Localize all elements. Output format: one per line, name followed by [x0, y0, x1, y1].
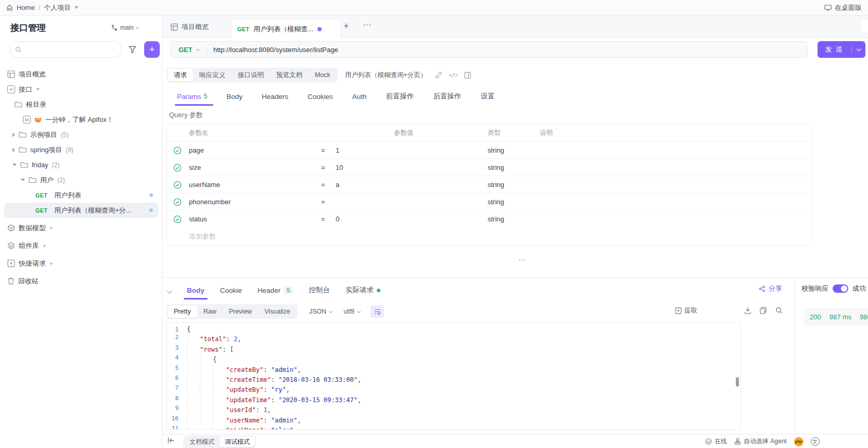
tab-user-list-active[interactable]: GET 用户列表（模糊查...	[231, 19, 341, 38]
pill-preview-doc[interactable]: 预览文档	[270, 69, 309, 81]
view-raw[interactable]: Raw	[197, 305, 223, 318]
tab-auth[interactable]: Auth	[352, 89, 367, 104]
validate-toggle[interactable]	[833, 284, 848, 293]
agent-selector[interactable]: 自动选择 Agent	[734, 437, 787, 446]
sidebar-item-friday[interactable]: friday (2)	[0, 157, 162, 172]
param-name[interactable]: size	[189, 159, 201, 176]
param-value[interactable]: 1	[336, 142, 339, 159]
param-type[interactable]: string	[488, 142, 504, 159]
sidebar-item-sample-project[interactable]: 示例项目 (5)	[0, 127, 162, 142]
tab-cookies[interactable]: Cookies	[308, 89, 333, 104]
param-name[interactable]: page	[189, 142, 204, 159]
param-type[interactable]: string	[488, 193, 504, 210]
filter-button[interactable]	[126, 43, 138, 56]
add-param-row[interactable]: 添加参数	[167, 228, 811, 245]
expanded-icon[interactable]	[12, 164, 17, 166]
param-enabled-check-icon[interactable]	[173, 193, 182, 210]
send-options-chevron[interactable]	[852, 48, 865, 51]
collapsed-icon[interactable]	[12, 133, 15, 137]
pill-api-desc[interactable]: 接口说明	[232, 69, 270, 81]
encoding-select[interactable]: utf8	[343, 308, 360, 315]
response-body-editor[interactable]: 1{2"total": 2,3"rows": [4{5"createBy": "…	[167, 322, 741, 430]
tab-actual-request[interactable]: 实际请求	[346, 283, 380, 297]
param-type[interactable]: string	[488, 159, 504, 176]
param-enabled-check-icon[interactable]	[173, 159, 182, 176]
wrap-lines-button[interactable]	[371, 305, 384, 318]
format-select[interactable]: JSON	[309, 308, 332, 315]
editor-scrollbar[interactable]	[736, 377, 739, 387]
param-row[interactable]: size=10string	[167, 159, 811, 176]
sidebar-item-api[interactable]: ⇌ 接口	[0, 82, 162, 97]
sidebar-item-user-list[interactable]: GET 用户列表	[0, 188, 162, 203]
view-pretty[interactable]: Pretty	[168, 305, 197, 318]
tab-headers[interactable]: Headers	[262, 89, 288, 104]
param-type[interactable]: string	[488, 210, 504, 228]
search-in-response-button[interactable]	[775, 307, 783, 314]
share-button[interactable]: 分享	[759, 284, 782, 293]
search-input[interactable]	[9, 41, 122, 58]
param-row[interactable]: phonenumber=string	[167, 193, 811, 210]
expanded-icon[interactable]	[21, 179, 25, 181]
sidebar-item-spring-project[interactable]: spring项目 (9)	[0, 142, 162, 157]
param-enabled-check-icon[interactable]	[173, 210, 182, 228]
branch-selector[interactable]: main	[111, 24, 139, 31]
param-row[interactable]: status=0string	[167, 210, 811, 228]
pill-mock[interactable]: Mock	[309, 69, 337, 81]
tab-resp-body[interactable]: Body	[187, 283, 205, 297]
tab-resp-cookie[interactable]: Cookie	[220, 283, 242, 297]
sidebar-item-quick-request[interactable]: 快捷请求	[0, 256, 162, 271]
sidebar-item-data-models[interactable]: 数据模型	[0, 220, 162, 235]
param-type[interactable]: string	[488, 176, 504, 193]
project-dropdown-icon[interactable]	[74, 6, 79, 9]
param-value[interactable]: a	[336, 176, 339, 193]
url-input[interactable]: http://localhost:8080/system/user/listPa…	[207, 46, 338, 54]
tab-params[interactable]: Params 5	[177, 89, 207, 104]
sidebar-item-apifox-intro[interactable]: M 一分钟，了解 Apifox！	[0, 112, 162, 127]
pill-response-def[interactable]: 响应定义	[193, 69, 232, 81]
tab-resp-header[interactable]: Header 5	[258, 283, 293, 297]
param-enabled-check-icon[interactable]	[173, 142, 182, 159]
breadcrumb-project[interactable]: 个人项目	[44, 3, 71, 13]
view-visualize[interactable]: Visualize	[258, 305, 297, 318]
sidebar-item-project-overview[interactable]: 项目概览	[0, 67, 162, 82]
collapse-sidebar-button[interactable]	[168, 437, 175, 444]
new-tab-button[interactable]: +	[343, 21, 349, 32]
tab-post-ops[interactable]: 后置操作	[433, 89, 462, 104]
tab-project-overview[interactable]: 项目概览	[171, 16, 209, 38]
param-name[interactable]: phonenumber	[189, 193, 231, 210]
generate-code-icon[interactable]: </>	[449, 72, 458, 78]
sidebar-item-root-folder[interactable]: 根目录	[0, 97, 162, 112]
tab-pre-ops[interactable]: 前置操作	[386, 89, 414, 104]
send-button[interactable]: 发 送	[818, 41, 865, 58]
collapsed-icon[interactable]	[12, 148, 15, 152]
breadcrumb-home[interactable]: Home	[17, 4, 35, 11]
sidebar-item-user-list-fuzzy[interactable]: GET 用户列表（模糊查询+分...	[4, 203, 158, 218]
request-url-bar[interactable]: GET http://localhost:8080/system/user/li…	[171, 41, 808, 58]
home-icon[interactable]	[6, 4, 13, 11]
link-icon[interactable]	[435, 71, 442, 79]
param-name[interactable]: status	[189, 210, 207, 228]
php-badge[interactable]: php	[794, 437, 803, 446]
panel-resize-handle[interactable]: ⋯	[518, 255, 527, 265]
tab-bar-overflow-button[interactable]	[860, 19, 868, 33]
doc-mode-button[interactable]: 文档模式	[184, 437, 220, 447]
language-icon[interactable]: 文	[811, 437, 820, 446]
sidebar-item-user-folder[interactable]: 用户 (2)	[0, 172, 162, 188]
tab-body[interactable]: Body	[226, 89, 242, 104]
param-name[interactable]: userName	[189, 176, 220, 193]
pill-request[interactable]: 请求	[168, 69, 193, 81]
collapse-panel-icon[interactable]	[167, 288, 172, 293]
sidebar-item-components[interactable]: 组件库	[0, 238, 162, 253]
param-value[interactable]: 0	[336, 210, 339, 228]
online-status[interactable]: 在线	[705, 437, 727, 446]
tab-console[interactable]: 控制台	[309, 283, 330, 297]
param-value[interactable]: 10	[336, 159, 343, 176]
split-panel-icon[interactable]	[464, 72, 471, 79]
download-button[interactable]	[744, 307, 751, 314]
param-row[interactable]: page=1string	[167, 142, 811, 159]
sidebar-item-recycle-bin[interactable]: 回收站	[0, 273, 162, 289]
param-enabled-check-icon[interactable]	[173, 176, 182, 193]
open-in-desktop[interactable]: 在桌面版	[824, 3, 862, 13]
view-preview[interactable]: Preview	[223, 305, 258, 318]
copy-button[interactable]	[760, 307, 767, 314]
